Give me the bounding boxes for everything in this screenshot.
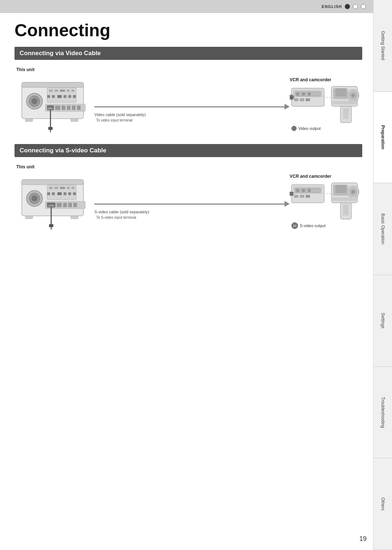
svg-rect-25: [25, 119, 33, 122]
vcr-section-2: VCR and camcorder: [290, 174, 362, 229]
svg-rect-24: [77, 106, 81, 110]
vcr-section-1: VCR and camcorder: [290, 77, 362, 131]
output-label-1: Video output: [291, 126, 321, 131]
vcr-illustration-1: [290, 85, 362, 124]
svg-rect-6: [49, 90, 53, 92]
svg-rect-20: [55, 106, 60, 110]
main-content: Connecting Connecting via Video Cable Th…: [0, 13, 373, 550]
svg-rect-53: [22, 180, 83, 185]
lang-dot-1: [345, 4, 350, 9]
sidebar-tab-preparation[interactable]: Preparation: [373, 92, 392, 184]
svg-point-39: [308, 93, 311, 95]
lang-dot-3: [361, 4, 366, 9]
svg-rect-61: [67, 187, 70, 189]
svg-point-38: [302, 93, 305, 95]
svg-rect-96: [332, 197, 358, 201]
svg-point-89: [302, 189, 305, 192]
cable-arrow-1: [285, 104, 290, 110]
svg-point-56: [32, 196, 37, 201]
svg-rect-26: [71, 119, 78, 122]
svg-rect-99: [343, 205, 349, 216]
svg-point-4: [32, 98, 37, 104]
lang-dot-2: [353, 4, 358, 9]
this-unit-label-1: This unit: [16, 67, 362, 72]
cable-label-1: Video cable (sold separately): [94, 112, 290, 117]
svg-rect-58: [49, 187, 53, 189]
diagram-row-2: S-VIDEO: [15, 172, 362, 230]
sidebar-tab-getting-started[interactable]: Getting Started: [373, 0, 392, 92]
svg-rect-59: [54, 187, 58, 189]
svg-rect-22: [67, 106, 70, 110]
section-svideo-cable: Connecting via S-video Cable This unit: [15, 144, 362, 230]
svg-rect-64: [52, 192, 55, 195]
this-unit-label-2: This unit: [16, 164, 362, 169]
cable-label-2: S-video cable (sold separately): [94, 210, 290, 214]
page-title: Connecting: [15, 20, 362, 40]
page-number: 19: [359, 535, 367, 543]
svg-rect-46: [336, 89, 346, 96]
svg-text:VIDEO: VIDEO: [48, 107, 53, 110]
section-header-video: Connecting via Video Cable: [15, 47, 362, 60]
svg-rect-97: [336, 185, 346, 193]
projector-illustration-1: VIDEO: [15, 75, 94, 133]
svg-rect-60: [60, 187, 65, 189]
language-bar: ENGLISH: [0, 0, 373, 13]
svg-rect-74: [68, 203, 72, 207]
svg-rect-65: [57, 192, 62, 195]
section-video-cable: Connecting via Video Cable This unit: [15, 47, 362, 133]
svg-rect-68: [73, 192, 76, 195]
svg-point-105: [292, 194, 293, 195]
svg-rect-7: [54, 90, 58, 92]
sidebar-tab-basic-operation[interactable]: Basic Operation: [373, 183, 392, 275]
svg-rect-72: [57, 203, 62, 207]
projector-illustration-2: S-VIDEO: [15, 172, 94, 230]
sidebar-tab-others[interactable]: Others: [373, 458, 392, 550]
svg-rect-67: [68, 192, 71, 195]
svg-rect-9: [67, 90, 70, 92]
svg-rect-14: [64, 95, 66, 98]
svg-rect-76: [25, 216, 33, 219]
sidebar: Getting Started Preparation Basic Operat…: [373, 0, 392, 550]
language-label: ENGLISH: [322, 4, 342, 9]
svg-point-95: [351, 190, 355, 194]
svg-rect-8: [60, 90, 65, 92]
svg-rect-21: [62, 106, 65, 110]
terminal-label-2: To S-video input terminal: [96, 216, 290, 219]
svg-point-44: [351, 94, 355, 97]
diagram-row-1: VIDEO: [15, 75, 362, 133]
svg-text:S-VIDEO: S-VIDEO: [48, 205, 54, 207]
section-header-svideo: Connecting via S-video Cable: [15, 144, 362, 157]
cable-arrow-2: [285, 201, 290, 207]
vcr-illustration-2: [290, 181, 362, 221]
svg-point-37: [296, 93, 299, 95]
svg-point-90: [308, 189, 311, 192]
svg-rect-1: [22, 82, 83, 87]
svg-rect-86: [306, 195, 310, 198]
svg-rect-63: [47, 192, 50, 195]
svg-rect-66: [64, 192, 66, 195]
svg-rect-33: [294, 98, 298, 101]
svg-rect-11: [47, 95, 50, 98]
svg-point-51: [290, 96, 293, 99]
svg-rect-62: [72, 187, 74, 189]
svg-rect-10: [72, 90, 74, 92]
svg-point-102: [290, 193, 291, 194]
svg-point-88: [296, 189, 299, 192]
svg-rect-84: [294, 195, 298, 198]
svg-rect-12: [52, 95, 55, 98]
terminal-label-1: To video input terminal: [96, 118, 290, 122]
output-label-2: 23 S-video output: [291, 222, 326, 229]
sidebar-tab-troubleshooting[interactable]: Troubleshooting: [373, 367, 392, 459]
svg-rect-35: [306, 98, 310, 101]
svg-rect-45: [332, 101, 358, 104]
svg-rect-29: [48, 127, 53, 130]
svg-rect-85: [300, 195, 304, 198]
svg-rect-23: [72, 106, 75, 110]
svg-point-104: [290, 194, 291, 195]
svg-rect-77: [71, 216, 78, 219]
sidebar-tab-settings[interactable]: Settings: [373, 275, 392, 367]
svg-rect-73: [63, 203, 67, 207]
svg-rect-75: [73, 203, 77, 207]
svg-rect-34: [300, 98, 304, 101]
vcr-label-2: VCR and camcorder: [290, 174, 331, 179]
